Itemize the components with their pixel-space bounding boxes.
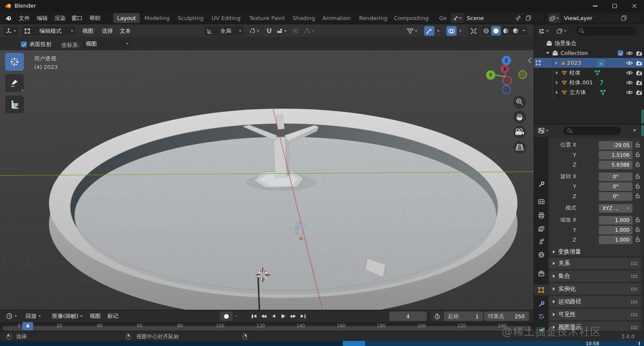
frame-end-field[interactable]: 结束点 250	[484, 311, 529, 321]
record-options-icon[interactable]	[235, 315, 238, 317]
menu-timeline-view[interactable]: 视图	[87, 311, 103, 321]
auto-key-record-button[interactable]	[220, 311, 233, 321]
shading-rendered-button[interactable]	[511, 26, 520, 35]
viewlayer-browse-button[interactable]	[548, 13, 561, 23]
lock-icon[interactable]	[635, 227, 641, 233]
section-relations[interactable]: 关系	[549, 258, 641, 269]
timeline-ruler[interactable]: 0 20 40 60 80 100 120 140 160 180 200 22…	[0, 322, 534, 332]
timeline-editor-type[interactable]	[3, 311, 20, 321]
properties-options-icon[interactable]	[633, 130, 636, 132]
minimize-button[interactable]	[585, 0, 605, 12]
lock-icon[interactable]	[635, 193, 641, 199]
timeline-scrollbar[interactable]	[3, 326, 531, 331]
playhead[interactable]: 4	[22, 322, 33, 330]
properties-editor-type[interactable]	[536, 126, 551, 136]
outliner-display-mode[interactable]	[536, 26, 551, 36]
outliner-row-2023[interactable]: a 2023 a	[534, 58, 644, 68]
tab-scene[interactable]	[535, 236, 547, 247]
outliner-search-input[interactable]	[575, 26, 637, 35]
lock-icon[interactable]	[635, 183, 641, 189]
visibility-dropdown[interactable]	[405, 26, 420, 36]
camera-render-icon[interactable]	[636, 90, 642, 95]
section-instancing[interactable]: 实例化	[549, 283, 641, 294]
outliner-row-cube[interactable]: 立方体	[534, 87, 644, 97]
proportional-falloff-dropdown[interactable]	[302, 26, 316, 36]
drag-handle-icon[interactable]	[631, 300, 637, 304]
menu-keying[interactable]: 抠像(插帧)	[49, 311, 85, 321]
tab-sculpting[interactable]: Sculpting	[174, 13, 207, 23]
frame-start-field[interactable]: 起始 1	[444, 311, 483, 321]
menu-playback[interactable]: 回放	[23, 311, 43, 321]
camera-render-icon[interactable]	[636, 70, 642, 75]
tab-rendering[interactable]: Rendering	[355, 13, 391, 23]
properties-scrollbar[interactable]	[641, 125, 644, 136]
overlays-toggle[interactable]	[446, 26, 457, 36]
expand-arrow-icon[interactable]	[556, 71, 558, 75]
jump-to-start-button[interactable]	[249, 311, 259, 321]
annotate-tool-button[interactable]	[5, 74, 24, 92]
menu-render[interactable]: 渲染	[52, 14, 68, 23]
tab-geometry-nodes[interactable]: Ge	[435, 13, 448, 23]
eye-icon[interactable]	[626, 81, 633, 85]
menu-text[interactable]: 文本	[118, 26, 133, 36]
tab-output[interactable]	[535, 210, 547, 221]
drag-handle-icon[interactable]	[631, 287, 637, 291]
tab-shading[interactable]: Shading	[289, 13, 319, 23]
tab-collection-props[interactable]	[535, 268, 547, 279]
outliner-filter-button[interactable]	[554, 26, 569, 36]
section-collections[interactable]: 集合	[549, 271, 641, 282]
tab-world[interactable]	[535, 249, 547, 260]
copy-icon[interactable]	[526, 15, 532, 21]
menu-file[interactable]: 文件	[16, 14, 32, 23]
eye-icon[interactable]	[626, 51, 633, 55]
surface-project-checkbox[interactable]	[21, 41, 27, 47]
lock-icon[interactable]	[635, 173, 641, 179]
outliner-row-scene-collection[interactable]: 场景集合	[534, 38, 644, 48]
tab-view-layer[interactable]	[535, 223, 547, 234]
close-button[interactable]	[624, 0, 644, 12]
rotation-y-field[interactable]: 0°	[599, 182, 632, 191]
transform-orientation-dropdown[interactable]: 全局	[204, 26, 244, 36]
eye-icon[interactable]	[626, 71, 633, 75]
tab-tool[interactable]	[535, 179, 547, 190]
snap-toggle[interactable]	[265, 26, 273, 36]
menu-window[interactable]: 窗口	[69, 14, 85, 23]
section-visibility[interactable]: 可见性	[549, 309, 641, 320]
menu-select[interactable]: 选择	[100, 26, 115, 36]
pivot-point-dropdown[interactable]	[247, 26, 262, 36]
drag-handle-icon[interactable]	[631, 326, 637, 329]
tab-layout[interactable]: Layout	[113, 13, 140, 23]
zoom-button[interactable]	[513, 96, 526, 109]
maximize-button[interactable]	[605, 0, 624, 12]
scene-name[interactable]: Scene	[463, 15, 487, 21]
camera-render-icon[interactable]	[636, 51, 642, 56]
tab-compositing[interactable]: Compositing	[390, 13, 433, 23]
lock-icon[interactable]	[635, 236, 641, 242]
expand-arrow-icon[interactable]	[556, 81, 558, 84]
3d-viewport[interactable]: 2023 X Y	[0, 50, 534, 310]
location-x-field[interactable]: -29.05	[599, 141, 632, 150]
scene-selector[interactable]: Scene	[451, 13, 543, 23]
mode-dropdown[interactable]: 编辑模式	[22, 26, 75, 36]
tab-object[interactable]	[534, 284, 548, 295]
shading-wireframe-button[interactable]	[481, 26, 491, 35]
lock-icon[interactable]	[635, 152, 641, 158]
collapse-arrow-icon[interactable]	[546, 52, 549, 54]
eye-icon[interactable]	[626, 61, 633, 65]
tab-animation[interactable]: Animation	[319, 13, 354, 23]
rotation-z-field[interactable]: 0°	[599, 192, 632, 201]
xray-toggle[interactable]	[469, 26, 479, 36]
shading-material-button[interactable]	[501, 26, 511, 35]
location-z-field[interactable]: 5.6388	[599, 161, 632, 169]
eye-icon[interactable]	[626, 90, 633, 95]
menu-help[interactable]: 帮助	[87, 14, 103, 23]
camera-render-icon[interactable]	[636, 61, 642, 66]
collection-checkbox[interactable]	[618, 50, 623, 56]
rotation-x-field[interactable]: 0°	[599, 173, 632, 181]
copy-icon[interactable]	[621, 15, 627, 21]
gizmo-axis-y-neg[interactable]	[519, 71, 527, 79]
menu-view[interactable]: 视图	[80, 26, 95, 36]
delta-transform-toggle[interactable]: 变换增量	[553, 247, 581, 256]
scene-browse-button[interactable]	[451, 13, 463, 23]
ortho-toggle-button[interactable]	[513, 141, 526, 154]
